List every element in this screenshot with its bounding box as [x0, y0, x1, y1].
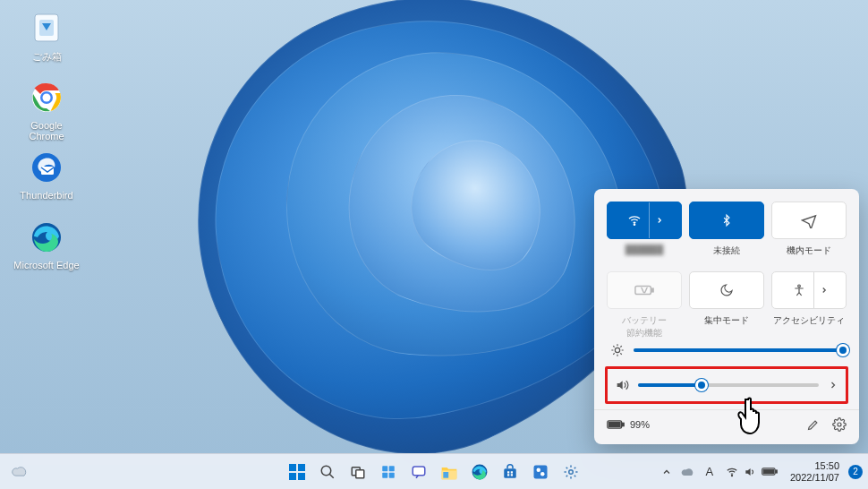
- wifi-button[interactable]: [607, 202, 682, 239]
- settings-button[interactable]: [832, 417, 847, 432]
- tile-focus: 集中モード: [689, 271, 764, 334]
- svg-rect-44: [763, 469, 773, 474]
- svg-point-38: [537, 468, 541, 472]
- ime-indicator[interactable]: A: [701, 459, 719, 485]
- system-tray[interactable]: [722, 459, 781, 485]
- icon-label: Microsoft Edge: [13, 260, 81, 270]
- file-explorer-button[interactable]: [437, 459, 462, 485]
- accessibility-label: アクセシビリティ: [773, 314, 845, 334]
- battery-saver-label: バッテリー 節約機能: [622, 314, 667, 334]
- svg-rect-34: [511, 471, 513, 473]
- accessibility-icon: [792, 283, 806, 297]
- onedrive-tray-icon[interactable]: [679, 459, 697, 485]
- edge-icon: [28, 219, 65, 256]
- recycle-bin-icon: [28, 9, 65, 47]
- svg-point-12: [615, 347, 619, 352]
- accessibility-expand-chevron[interactable]: [813, 272, 833, 308]
- tray-overflow-button[interactable]: [658, 459, 676, 485]
- icon-label: ごみ箱: [13, 50, 81, 64]
- search-button[interactable]: [315, 459, 340, 485]
- desktop-icon-chrome[interactable]: Google Chrome: [13, 79, 81, 142]
- svg-point-40: [569, 469, 574, 474]
- start-button[interactable]: [285, 459, 310, 485]
- svg-rect-17: [289, 464, 296, 471]
- tile-battery-saver: バッテリー 節約機能: [607, 271, 682, 334]
- svg-rect-23: [356, 469, 364, 477]
- wifi-expand-chevron[interactable]: [649, 202, 668, 238]
- svg-rect-14: [623, 423, 625, 425]
- desktop-icon-thunderbird[interactable]: Thunderbird: [13, 149, 81, 201]
- svg-point-4: [43, 94, 51, 102]
- volume-output-chevron[interactable]: [828, 380, 838, 390]
- tile-accessibility: アクセシビリティ: [771, 271, 847, 334]
- svg-rect-25: [389, 466, 395, 471]
- quick-settings-footer: 99%: [594, 409, 859, 439]
- quick-settings-panel: ██████ 未接続 機内モード バ: [594, 189, 859, 444]
- clock-date: 2022/11/07: [790, 472, 839, 484]
- battery-tray-icon: [762, 467, 778, 476]
- svg-rect-30: [443, 472, 448, 478]
- brightness-icon: [610, 343, 625, 357]
- svg-point-21: [321, 466, 331, 476]
- svg-point-16: [838, 423, 841, 426]
- battery-saver-button: [607, 271, 682, 309]
- svg-rect-20: [298, 473, 305, 480]
- svg-rect-36: [511, 474, 513, 476]
- accessibility-button[interactable]: [771, 271, 847, 309]
- chrome-icon: [28, 79, 65, 116]
- svg-point-8: [634, 224, 634, 225]
- svg-rect-43: [776, 470, 778, 473]
- desktop-icon-edge[interactable]: Microsoft Edge: [13, 219, 81, 270]
- tile-airplane: 機内モード: [771, 202, 847, 264]
- icon-label: Google Chrome: [13, 120, 81, 142]
- svg-rect-35: [507, 474, 509, 476]
- airplane-label: 機内モード: [787, 244, 831, 264]
- battery-icon: [607, 419, 625, 430]
- widgets-button[interactable]: [376, 459, 401, 485]
- brightness-slider-row: [607, 338, 847, 363]
- bluetooth-icon: [720, 212, 733, 228]
- focus-label: 集中モード: [704, 314, 749, 334]
- speaker-tray-icon: [744, 466, 756, 478]
- svg-rect-15: [609, 423, 621, 427]
- airplane-button[interactable]: [771, 202, 847, 239]
- taskbar-clock[interactable]: 15:50 2022/11/07: [785, 460, 845, 484]
- brightness-slider[interactable]: [634, 348, 843, 352]
- app-button-1[interactable]: [528, 459, 553, 485]
- taskbar: A 15:50 2022/11/07 2: [0, 453, 868, 489]
- volume-highlight: [605, 366, 848, 404]
- svg-rect-6: [41, 167, 54, 175]
- notification-badge[interactable]: 2: [848, 465, 863, 479]
- tile-wifi: ██████: [607, 202, 682, 264]
- svg-rect-37: [534, 465, 548, 478]
- thunderbird-icon: [28, 149, 65, 186]
- volume-slider[interactable]: [638, 383, 819, 387]
- airplane-icon: [801, 212, 817, 228]
- settings-taskbar-button[interactable]: [558, 459, 583, 485]
- focus-button[interactable]: [689, 271, 764, 309]
- wifi-tray-icon: [726, 466, 738, 478]
- svg-rect-24: [382, 466, 387, 471]
- bluetooth-button[interactable]: [689, 202, 764, 239]
- svg-point-41: [731, 475, 732, 476]
- edge-taskbar-button[interactable]: [467, 459, 492, 485]
- svg-rect-33: [507, 471, 509, 473]
- battery-status[interactable]: 99%: [607, 419, 650, 430]
- icon-label: Thunderbird: [13, 190, 81, 201]
- speaker-icon[interactable]: [615, 378, 629, 392]
- edit-quick-settings-button[interactable]: [806, 418, 820, 432]
- moon-icon: [719, 283, 734, 297]
- task-view-button[interactable]: [345, 459, 370, 485]
- svg-point-11: [798, 285, 801, 287]
- clock-time: 15:50: [790, 460, 839, 472]
- desktop-icon-recycle-bin[interactable]: ごみ箱: [13, 9, 81, 64]
- weather-widget[interactable]: [7, 459, 32, 485]
- wifi-label: ██████: [625, 244, 664, 264]
- chat-button[interactable]: [406, 459, 431, 485]
- svg-rect-27: [389, 472, 395, 477]
- store-button[interactable]: [498, 459, 523, 485]
- quick-settings-grid: ██████ 未接続 機内モード バ: [607, 202, 847, 334]
- svg-rect-19: [289, 473, 296, 480]
- volume-slider-row: [611, 373, 842, 398]
- bluetooth-label: 未接続: [713, 244, 740, 264]
